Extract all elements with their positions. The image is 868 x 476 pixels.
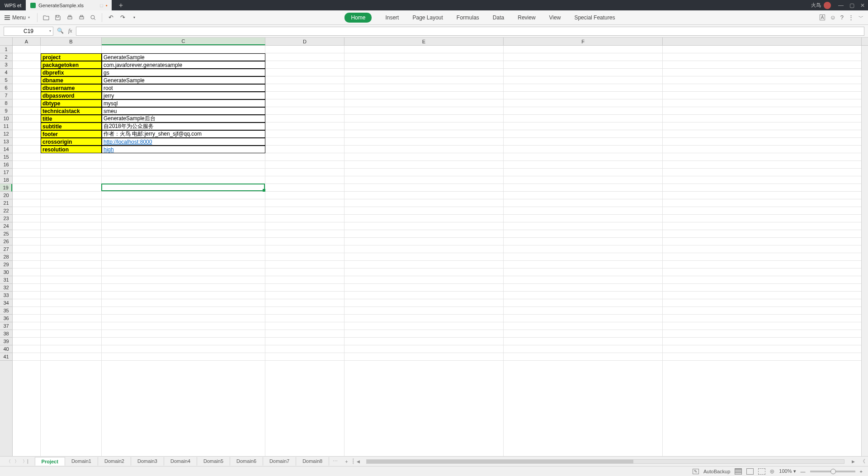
minimize-button[interactable]: — bbox=[835, 2, 846, 9]
formula-input[interactable] bbox=[76, 27, 864, 36]
row-header-9[interactable]: 9 bbox=[0, 107, 12, 115]
ribbon-tab-review[interactable]: Review bbox=[518, 12, 535, 23]
cell-C4[interactable]: gs bbox=[102, 69, 265, 76]
row-header-6[interactable]: 6 bbox=[0, 84, 12, 92]
column-header-C[interactable]: C bbox=[102, 38, 265, 45]
zoom-slider[interactable] bbox=[810, 471, 855, 472]
ribbon-tab-view[interactable]: View bbox=[549, 12, 561, 23]
sheet-tab-domain5[interactable]: Domain5 bbox=[197, 457, 230, 466]
row-header-5[interactable]: 5 bbox=[0, 76, 12, 84]
menu-button[interactable]: Menu ▾ bbox=[0, 14, 34, 21]
sheet-tab-domain6[interactable]: Domain6 bbox=[230, 457, 263, 466]
row-header-10[interactable]: 10 bbox=[0, 115, 12, 123]
view-normal-icon[interactable] bbox=[735, 468, 742, 475]
row-header-8[interactable]: 8 bbox=[0, 99, 12, 107]
sheet-split-handle[interactable]: ┇ bbox=[352, 458, 355, 464]
hscroll-right-icon[interactable]: ▶ bbox=[852, 459, 855, 464]
select-all-corner[interactable] bbox=[0, 38, 13, 45]
pin-icon[interactable]: □ bbox=[100, 3, 103, 8]
row-header-15[interactable]: 15 bbox=[0, 153, 12, 161]
cell-B14[interactable]: resolution bbox=[41, 146, 102, 153]
row-header-40[interactable]: 40 bbox=[0, 345, 12, 353]
eye-care-icon[interactable]: ◎ bbox=[770, 468, 774, 474]
row-header-41[interactable]: 41 bbox=[0, 353, 12, 361]
row-header-2[interactable]: 2 bbox=[0, 53, 12, 61]
cell-B5[interactable]: dbname bbox=[41, 76, 102, 84]
row-header-24[interactable]: 24 bbox=[0, 222, 12, 230]
column-header-E[interactable]: E bbox=[344, 38, 504, 45]
cell-B9[interactable]: technicalstack bbox=[41, 107, 102, 115]
name-box[interactable]: C19 bbox=[4, 27, 53, 36]
fx-icon[interactable]: fx bbox=[68, 28, 72, 34]
row-header-37[interactable]: 37 bbox=[0, 322, 12, 330]
row-header-29[interactable]: 29 bbox=[0, 261, 12, 269]
quick-access-dropdown-icon[interactable]: ▾ bbox=[130, 14, 138, 22]
cell-C11[interactable]: 自2018年为公众服务 bbox=[102, 123, 265, 130]
cell-B6[interactable]: dbusername bbox=[41, 84, 102, 92]
row-header-23[interactable]: 23 bbox=[0, 215, 12, 222]
help-icon[interactable]: ? bbox=[840, 14, 844, 21]
horizontal-scrollbar[interactable] bbox=[366, 459, 844, 464]
ribbon-tab-data[interactable]: Data bbox=[493, 12, 504, 23]
collapse-ribbon-icon[interactable]: A bbox=[820, 14, 826, 20]
cell-B3[interactable]: packagetoken bbox=[41, 61, 102, 69]
sheet-tab-domain1[interactable]: Domain1 bbox=[65, 457, 98, 466]
cell-C5[interactable]: GenerateSample bbox=[102, 76, 265, 84]
hscroll-left-icon[interactable]: ◀ bbox=[355, 459, 362, 464]
row-header-16[interactable]: 16 bbox=[0, 161, 12, 169]
column-header-B[interactable]: B bbox=[41, 38, 102, 45]
row-header-14[interactable]: 14 bbox=[0, 146, 12, 153]
more-options-icon[interactable]: ⋮ bbox=[848, 14, 854, 21]
save-icon[interactable] bbox=[54, 14, 62, 22]
row-header-34[interactable]: 34 bbox=[0, 299, 12, 307]
ribbon-tab-formulas[interactable]: Formulas bbox=[457, 12, 479, 23]
row-header-36[interactable]: 36 bbox=[0, 315, 12, 322]
autobackup-label[interactable]: AutoBackup bbox=[703, 469, 730, 474]
cell-B10[interactable]: title bbox=[41, 115, 102, 123]
row-header-26[interactable]: 26 bbox=[0, 238, 12, 245]
preview-icon[interactable] bbox=[89, 14, 97, 22]
row-header-3[interactable]: 3 bbox=[0, 61, 12, 69]
cell-C13[interactable]: http://localhost:8000 bbox=[102, 138, 265, 146]
row-header-12[interactable]: 12 bbox=[0, 130, 12, 138]
feedback-icon[interactable]: ☺ bbox=[830, 14, 835, 21]
print-icon[interactable] bbox=[66, 14, 74, 22]
row-header-30[interactable]: 30 bbox=[0, 269, 12, 276]
cell-C6[interactable]: root bbox=[102, 84, 265, 92]
sheet-tab-domain2[interactable]: Domain2 bbox=[98, 457, 131, 466]
sheet-nav-next-icon[interactable]: 〉 bbox=[14, 458, 19, 465]
user-name[interactable]: 火鸟 bbox=[811, 2, 821, 9]
user-avatar[interactable] bbox=[824, 2, 831, 9]
ribbon-tab-insert[interactable]: Insert bbox=[385, 12, 399, 23]
ribbon-tab-page-layout[interactable]: Page Layout bbox=[412, 12, 443, 23]
redo-icon[interactable]: ↷ bbox=[118, 14, 127, 22]
cell-C8[interactable]: mysql bbox=[102, 99, 265, 107]
row-header-13[interactable]: 13 bbox=[0, 138, 12, 146]
row-header-21[interactable]: 21 bbox=[0, 199, 12, 207]
cell-B12[interactable]: footer bbox=[41, 130, 102, 138]
cell-B2[interactable]: project bbox=[41, 53, 102, 61]
cell-B8[interactable]: dbtype bbox=[41, 99, 102, 107]
expand-ribbon-icon[interactable]: ﹀ bbox=[859, 14, 863, 21]
row-header-39[interactable]: 39 bbox=[0, 338, 12, 345]
document-tab[interactable]: GenerateSample.xls □ • bbox=[26, 0, 112, 10]
row-header-20[interactable]: 20 bbox=[0, 192, 12, 199]
ribbon-tab-special-features[interactable]: Special Features bbox=[574, 12, 615, 23]
sheet-nav-last-icon[interactable]: 〉| bbox=[23, 458, 28, 465]
undo-icon[interactable]: ↶ bbox=[107, 14, 115, 22]
zoom-fit-icon[interactable]: 🔍 bbox=[57, 28, 64, 34]
zoom-level[interactable]: 100% ▾ bbox=[779, 468, 796, 474]
cell-B11[interactable]: subtitle bbox=[41, 123, 102, 130]
cell-B13[interactable]: crossorigin bbox=[41, 138, 102, 146]
close-button[interactable]: ✕ bbox=[857, 2, 868, 9]
row-header-28[interactable]: 28 bbox=[0, 253, 12, 261]
zoom-in-button[interactable]: + bbox=[860, 469, 863, 474]
row-header-1[interactable]: 1 bbox=[0, 46, 12, 53]
open-icon[interactable] bbox=[42, 14, 50, 22]
row-header-22[interactable]: 22 bbox=[0, 207, 12, 215]
row-header-35[interactable]: 35 bbox=[0, 307, 12, 315]
cell-C12[interactable]: 作者：火鸟 电邮:jerry_shen_sjf@qq.com bbox=[102, 130, 265, 138]
print-preview-icon[interactable] bbox=[77, 14, 85, 22]
new-tab-button[interactable]: + bbox=[112, 1, 130, 9]
cell-C3[interactable]: com.javaforever.generatesample bbox=[102, 61, 265, 69]
